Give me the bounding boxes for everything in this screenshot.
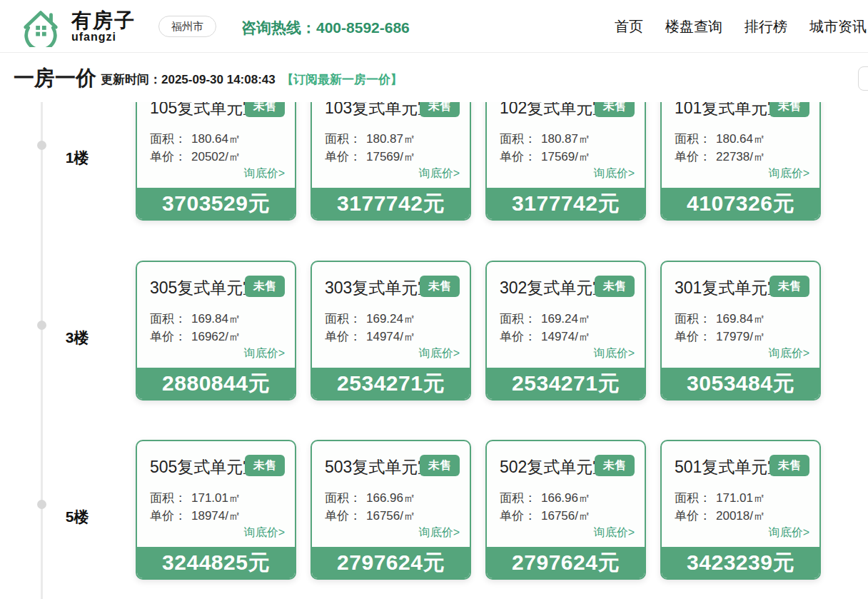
unit-price-label-line: 单价：22738/㎡ [675, 149, 765, 165]
unit-card[interactable]: 503复式单元室未售面积：166.96㎡单价：16756/㎡询底价>279762… [311, 440, 471, 580]
area-label-line: 面积：171.01㎡ [675, 490, 765, 506]
ask-bottom-price-link[interactable]: 询底价> [769, 525, 809, 540]
area-label-line: 面积：169.24㎡ [325, 311, 415, 327]
unit-price-value: 17569/㎡ [541, 150, 590, 163]
total-price: 4107326元 [662, 188, 819, 219]
unit-title: 102复式单元室 [500, 102, 609, 119]
area-value: 171.01㎡ [191, 491, 241, 505]
nav-item-city-news[interactable]: 城市资讯 [809, 17, 867, 36]
unit-card[interactable]: 305复式单元室未售面积：169.84㎡单价：16962/㎡询底价>288084… [136, 261, 296, 401]
ask-bottom-price-link[interactable]: 询底价> [594, 525, 635, 540]
unit-title: 505复式单元室 [150, 456, 259, 478]
area-label-line: 面积：171.01㎡ [150, 490, 241, 506]
unit-card[interactable]: 505复式单元室未售面积：171.01㎡单价：18974/㎡询底价>324482… [136, 440, 296, 580]
unit-title: 101复式单元室 [675, 102, 784, 119]
area-label: 面积： [500, 491, 536, 505]
unit-price-label-line: 单价：20018/㎡ [675, 508, 765, 524]
area-label: 面积： [675, 132, 711, 146]
app-root: 有房子 ufangzi 福州市 咨询热线：400-8592-686 首页 楼盘查… [0, 0, 868, 599]
unit-card[interactable]: 301复式单元室未售面积：169.84㎡单价：17979/㎡询底价>305348… [660, 261, 821, 401]
unit-price-label-line: 单价：17569/㎡ [500, 149, 590, 165]
unit-price-value: 18974/㎡ [191, 509, 241, 523]
page-title: 一房一价 [14, 64, 96, 93]
unit-price-label: 单价： [500, 509, 536, 523]
unit-price-label-line: 单价：16756/㎡ [325, 508, 415, 524]
total-price: 3177742元 [487, 188, 645, 219]
status-badge: 未售 [595, 102, 635, 117]
unit-price-label: 单价： [500, 150, 536, 163]
unit-card[interactable]: 101复式单元室未售面积：180.64㎡单价：22738/㎡询底价>410732… [660, 102, 821, 221]
unit-title: 305复式单元室 [150, 277, 259, 299]
area-label: 面积： [325, 312, 361, 326]
unit-card[interactable]: 302复式单元室未售面积：169.24㎡单价：14974/㎡询底价>253427… [485, 261, 646, 401]
unit-card[interactable]: 102复式单元室未售面积：180.87㎡单价：17569/㎡询底价>317774… [485, 102, 646, 221]
brand-name-cn: 有房子 [71, 10, 136, 31]
ask-bottom-price-link[interactable]: 询底价> [244, 346, 285, 361]
total-price: 2797624元 [487, 547, 645, 578]
area-label-line: 面积：166.96㎡ [500, 490, 590, 506]
unit-title: 105复式单元室 [150, 102, 259, 119]
floor-label: 3楼 [53, 328, 101, 348]
unit-price-label: 单价： [325, 330, 361, 343]
house-logo-icon [20, 6, 61, 47]
unit-price-label-line: 单价：17979/㎡ [675, 328, 765, 345]
area-label: 面积： [675, 491, 711, 505]
ask-bottom-price-link[interactable]: 询底价> [244, 525, 285, 540]
area-value: 169.24㎡ [366, 312, 415, 326]
unit-card[interactable]: 502复式单元室未售面积：166.96㎡单价：16756/㎡询底价>279762… [485, 440, 646, 580]
logo[interactable]: 有房子 ufangzi [20, 6, 136, 47]
unit-card[interactable]: 501复式单元室未售面积：171.01㎡单价：20018/㎡询底价>342323… [660, 440, 821, 580]
total-price: 2880844元 [137, 368, 295, 399]
area-value: 180.64㎡ [716, 132, 765, 146]
nav-item-building-search[interactable]: 楼盘查询 [665, 17, 722, 36]
status-badge: 未售 [595, 455, 635, 476]
area-label-line: 面积：180.87㎡ [500, 131, 590, 147]
total-price: 3053484元 [662, 368, 819, 399]
unit-price-label-line: 单价：16756/㎡ [500, 508, 590, 524]
status-badge: 未售 [245, 276, 285, 297]
ask-bottom-price-link[interactable]: 询底价> [419, 346, 460, 361]
unit-price-value: 16756/㎡ [541, 509, 590, 523]
ask-bottom-price-link[interactable]: 询底价> [419, 166, 460, 181]
area-label: 面积： [150, 491, 186, 505]
nav-item-home[interactable]: 首页 [615, 17, 643, 36]
unit-price-label: 单价： [325, 150, 361, 163]
area-label-line: 面积：180.64㎡ [150, 131, 241, 147]
timeline-dot [37, 141, 46, 150]
ask-bottom-price-link[interactable]: 询底价> [769, 346, 809, 361]
ask-bottom-price-link[interactable]: 询底价> [244, 166, 285, 181]
floor-row: 3楼305复式单元室未售面积：169.84㎡单价：16962/㎡询底价>2880… [0, 261, 868, 401]
area-label-line: 面积：169.24㎡ [500, 311, 590, 327]
status-badge: 未售 [769, 102, 809, 117]
unit-price-label-line: 单价：16962/㎡ [150, 328, 241, 345]
unit-price-value: 17979/㎡ [716, 330, 765, 343]
nav-item-ranking[interactable]: 排行榜 [745, 17, 787, 36]
subscribe-link[interactable]: 【订阅最新一房一价】 [281, 71, 403, 88]
unit-price-label-line: 单价：17569/㎡ [325, 149, 415, 165]
unit-price-label: 单价： [150, 509, 186, 523]
status-badge: 未售 [595, 276, 635, 297]
timeline-dot [37, 500, 46, 509]
unit-price-value: 22738/㎡ [716, 150, 765, 163]
unit-title: 501复式单元室 [675, 456, 784, 478]
area-label: 面积： [500, 132, 536, 146]
total-price: 3423239元 [662, 547, 819, 578]
update-time: 更新时间：2025-09-30 14:08:43 [101, 71, 276, 88]
ask-bottom-price-link[interactable]: 询底价> [769, 166, 809, 181]
unit-price-label-line: 单价：14974/㎡ [500, 328, 590, 345]
ask-bottom-price-link[interactable]: 询底价> [419, 525, 460, 540]
side-widget[interactable] [858, 66, 868, 91]
page-titlebar: 一房一价 更新时间：2025-09-30 14:08:43 【订阅最新一房一价】 [0, 53, 868, 102]
floor-row: 5楼505复式单元室未售面积：171.01㎡单价：18974/㎡询底价>3244… [0, 440, 868, 580]
area-value: 166.96㎡ [366, 491, 415, 505]
unit-card[interactable]: 105复式单元室未售面积：180.64㎡单价：20502/㎡询底价>370352… [136, 102, 296, 221]
ask-bottom-price-link[interactable]: 询底价> [594, 346, 635, 361]
city-selector[interactable]: 福州市 [158, 16, 216, 37]
unit-card[interactable]: 303复式单元室未售面积：169.24㎡单价：14974/㎡询底价>253427… [311, 261, 471, 401]
ask-bottom-price-link[interactable]: 询底价> [594, 166, 635, 181]
status-badge: 未售 [420, 455, 460, 476]
unit-price-label-line: 单价：14974/㎡ [325, 328, 415, 345]
area-label: 面积： [150, 312, 186, 326]
area-label-line: 面积：180.87㎡ [325, 131, 415, 147]
unit-card[interactable]: 103复式单元室未售面积：180.87㎡单价：17569/㎡询底价>317774… [311, 102, 471, 221]
